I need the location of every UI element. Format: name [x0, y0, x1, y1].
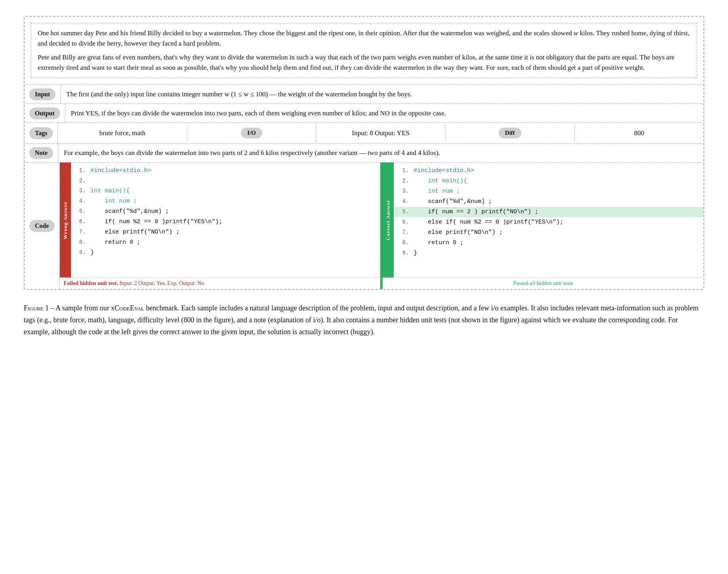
- code-line: 9. }: [394, 248, 703, 258]
- correct-footer-text: Passed all hidden unit tests: [513, 280, 573, 286]
- wrong-footer-bold: Failed hidden unit test.: [64, 280, 118, 286]
- code-line: 3. int num ;: [394, 186, 703, 197]
- tags-label-cell: Tags: [25, 123, 57, 143]
- code-line: 4. scanf("%d",&num) ;: [394, 197, 703, 207]
- correct-verdict-label: Correct Answer: [385, 200, 391, 240]
- wrong-verdict-bar: Wrong Answer: [60, 163, 71, 277]
- fig-caption-xcode: A sample from our xCodeEval benchmark. E…: [24, 304, 699, 335]
- code-line: 8. return 0 ;: [71, 237, 381, 248]
- code-line: 8. return 0 ;: [394, 238, 703, 248]
- io-segment: I/O: [187, 124, 316, 142]
- code-line: 7. else printf("NO\n") ;: [71, 227, 381, 237]
- correct-code-footer: Passed all hidden unit tests: [383, 277, 703, 289]
- output-content: Print YES, if the boys can divide the wa…: [65, 104, 703, 122]
- wrong-verdict-label: Wrong Answer: [62, 201, 69, 239]
- tags-value: brute force, math: [58, 125, 187, 141]
- problem-paragraph-1: One hot summer day Pete and his friend B…: [38, 28, 690, 49]
- code-label-cell: Code: [25, 163, 59, 289]
- note-label: Note: [29, 147, 53, 159]
- output-label: Output: [29, 107, 60, 119]
- fig-dash: –: [51, 304, 56, 312]
- wrong-code-footer: Failed hidden unit test. Input: 2 Output…: [60, 277, 381, 289]
- tags-content: brute force, math I/O Input: 8 Output: Y…: [57, 123, 703, 143]
- code-label: Code: [29, 220, 55, 232]
- diff-segment: Diff: [446, 124, 575, 142]
- code-section: Code Wrong Answer 1. #include<stdio.h> 2: [25, 162, 703, 289]
- code-line: 9. }: [71, 248, 381, 258]
- figure-caption: Figure 1 – A sample from our xCodeEval b…: [24, 302, 704, 338]
- fig-label: Figure 1: [24, 304, 49, 312]
- io-label: I/O: [241, 128, 262, 138]
- correct-panel-inner: Correct Answer 1. #include<stdio.h> 2. i…: [383, 163, 703, 277]
- correct-answer-panel: Correct Answer 1. #include<stdio.h> 2. i…: [383, 163, 703, 289]
- wrong-code-content: 1. #include<stdio.h> 2. 3. int main(){: [71, 163, 381, 277]
- output-row: Output Print YES, if the boys can divide…: [25, 103, 703, 122]
- code-line-highlighted: 5. if( num == 2 ) printf("NO\n") ;: [394, 207, 703, 217]
- code-line: 5. scanf("%d",&num) ;: [71, 207, 381, 217]
- code-line: 1. #include<stdio.h>: [71, 166, 381, 176]
- code-line: 2.: [71, 176, 381, 186]
- problem-paragraph-2: Pete and Billy are great fans of even nu…: [38, 52, 690, 73]
- code-panels: Wrong Answer 1. #include<stdio.h> 2. 3.: [59, 163, 703, 289]
- tags-label: Tags: [29, 127, 53, 139]
- wrong-panel-inner: Wrong Answer 1. #include<stdio.h> 2. 3.: [60, 163, 381, 277]
- input-row: Input The first (and the only) input lin…: [25, 84, 703, 103]
- code-line: 7. else printf("NO\n") ;: [394, 228, 703, 238]
- note-row: Note For example, the boys can divide th…: [25, 143, 703, 162]
- note-content: For example, the boys can divide the wat…: [58, 144, 703, 162]
- figure-box: One hot summer day Pete and his friend B…: [24, 16, 704, 290]
- input-content: The first (and the only) input line cont…: [60, 85, 703, 103]
- output-label-cell: Output: [25, 104, 65, 122]
- code-line: 4. int num ;: [71, 196, 381, 207]
- code-line: 6. if( num %2 == 0 )printf("YES\n");: [71, 217, 381, 227]
- diff-label: Diff: [499, 128, 521, 138]
- problem-statement: One hot summer day Pete and his friend B…: [31, 23, 697, 78]
- code-line: 6. else if( num %2 == 0 )printf("YES\n")…: [394, 217, 703, 228]
- wrong-answer-panel: Wrong Answer 1. #include<stdio.h> 2. 3.: [60, 163, 381, 289]
- correct-verdict-bar: Correct Answer: [383, 163, 394, 277]
- code-line: 1. #include<stdio.h>: [394, 166, 703, 176]
- wrong-footer-detail: Input: 2 Output: Yes, Exp. Output: No: [120, 280, 204, 286]
- code-line: 2. int main(){: [394, 176, 703, 186]
- tags-row: Tags brute force, math I/O Input: 8 Outp…: [25, 122, 703, 143]
- io-value: Input: 8 Output: YES: [316, 125, 446, 141]
- input-label: Input: [29, 88, 55, 100]
- code-line: 3. int main(){: [71, 186, 381, 196]
- correct-code-content: 1. #include<stdio.h> 2. int main(){ 3. i…: [394, 163, 703, 277]
- note-label-cell: Note: [25, 144, 58, 162]
- diff-value: 800: [575, 125, 703, 141]
- input-label-cell: Input: [25, 85, 60, 103]
